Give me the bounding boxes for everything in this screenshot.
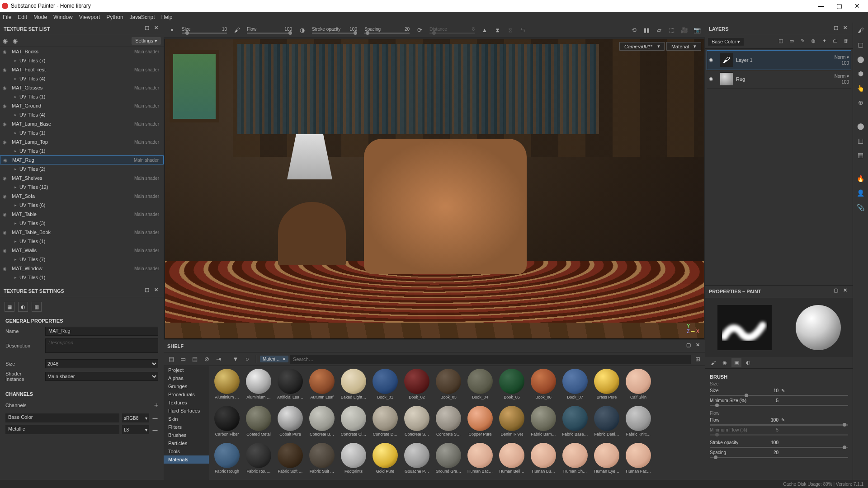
lazy-mouse-icon[interactable]: ⟳ [414, 25, 425, 36]
texture-set-row[interactable]: ◉ MAT_Ground Main shader [0, 101, 164, 110]
mesh-icon[interactable]: ▥ [32, 302, 42, 312]
visibility-icon[interactable]: ◉ [3, 212, 10, 217]
hide-icon[interactable]: ⊘ [202, 354, 212, 364]
symmetry-icon[interactable]: ▲ [479, 25, 490, 36]
material-item[interactable]: Artificial Lea… [275, 369, 306, 405]
material-item[interactable]: Cobalt Pure [275, 406, 306, 442]
display-mode-dropdown[interactable]: Material▾ [666, 42, 701, 51]
material-tab[interactable]: ◐ [743, 358, 753, 367]
uv-tiles-row[interactable]: UV Tiles (6) [0, 201, 164, 210]
material-item[interactable]: Fabric Knitt… [623, 406, 654, 442]
spacing-value[interactable]: 20 [762, 450, 778, 455]
alpha-tab[interactable]: ◉ [720, 358, 730, 367]
shelf-category[interactable]: Tools [164, 447, 209, 455]
uv-tiles-row[interactable]: UV Tiles (1) [0, 128, 164, 137]
channel-dropdown[interactable]: Base Color ▾ [708, 38, 744, 46]
view-tile-icon[interactable]: ▤ [190, 354, 200, 364]
material-item[interactable]: Book_06 [528, 369, 559, 405]
spacing-slider-prop[interactable] [710, 457, 848, 458]
brush-tool-icon[interactable]: ✦ [166, 25, 177, 36]
visibility-icon[interactable]: ◉ [3, 85, 10, 90]
pressure-flow-icon[interactable]: ✎ [781, 418, 788, 422]
material-item[interactable]: Gold Pure [370, 443, 401, 479]
visibility-icon[interactable]: ◉ [3, 194, 10, 199]
texture-set-row[interactable]: ◉ MAT_Books Main shader [0, 47, 164, 56]
material-item[interactable]: Coated Metal [243, 406, 274, 442]
eraser-tool-icon[interactable]: ▢ [856, 40, 866, 50]
clone-tool-icon[interactable]: ⊕ [856, 98, 866, 108]
stroke-opacity-slider[interactable]: Stroke opacity100 [312, 27, 357, 34]
close-props-icon[interactable]: ✕ [841, 287, 849, 296]
visibility-icon[interactable]: ◉ [3, 230, 10, 235]
material-item[interactable]: Fabric Soft … [275, 443, 306, 479]
spacing-slider[interactable]: Spacing20 [364, 27, 410, 34]
material-item[interactable]: Copper Pure [465, 406, 495, 442]
delete-layer-icon[interactable]: 🗑 [842, 38, 850, 46]
polyfill-tool-icon[interactable]: ⬢ [856, 69, 866, 79]
mirror-sync-icon[interactable]: ⇆ [517, 25, 528, 36]
tag-icon[interactable]: ○ [242, 354, 252, 364]
layer-opacity[interactable]: 100 [841, 61, 849, 66]
screenshot-icon[interactable]: 📷 [692, 25, 703, 36]
channel-name[interactable]: Base Color [5, 413, 119, 422]
texture-set-row[interactable]: ◉ MAT_Walls Main shader [0, 246, 164, 255]
add-fill-icon[interactable]: ◍ [809, 38, 817, 46]
blend-mode[interactable]: Norm ▾ [835, 74, 849, 79]
material-item[interactable]: Fabric Rou… [243, 443, 274, 479]
material-item[interactable]: Baked Light… [338, 369, 369, 405]
camera-dropdown[interactable]: Camera001*▾ [619, 42, 665, 51]
stroke-value[interactable]: 100 [762, 440, 778, 445]
maximize-button[interactable]: ▢ [830, 2, 848, 9]
visibility-toggle-icon[interactable]: ◉ [13, 38, 23, 44]
material-item[interactable]: Fabric Bam… [528, 406, 559, 442]
minsize-value[interactable]: 5 [762, 398, 778, 403]
material-item[interactable]: Footprints [338, 443, 369, 479]
material-item[interactable]: Aluminium … [243, 369, 274, 405]
material-item[interactable]: Concrete D… [370, 406, 401, 442]
grid-large-icon[interactable]: ⊞ [693, 354, 703, 364]
material-item[interactable]: Book_07 [560, 369, 590, 405]
material-item[interactable]: Concrete S… [433, 406, 464, 442]
uv-tiles-row[interactable]: UV Tiles (4) [0, 74, 164, 83]
menu-javascript[interactable]: JavaScript [130, 14, 155, 20]
texture-set-row[interactable]: ◉ MAT_Sofa Main shader [0, 192, 164, 201]
shelf-category[interactable]: Grunges [164, 382, 209, 390]
size-select[interactable]: 2048 [45, 359, 158, 368]
add-folder-icon[interactable]: 🗀 [831, 38, 839, 46]
mirror-y-icon[interactable]: ⧖ [505, 25, 515, 36]
view-list-icon[interactable]: ▭ [178, 354, 188, 364]
uv-tiles-row[interactable]: UV Tiles (2) [0, 164, 164, 174]
uv-tiles-row[interactable]: UV Tiles (1) [0, 146, 164, 155]
uv-tiles-row[interactable]: UV Tiles (1) [0, 237, 164, 246]
undock-shelf-icon[interactable]: ▢ [684, 342, 693, 350]
undock-settings-icon[interactable]: ▢ [143, 287, 151, 295]
add-mask-icon[interactable]: ▭ [788, 38, 796, 46]
pressure-size-icon[interactable]: ✎ [781, 388, 788, 393]
texture-set-row[interactable]: ◉ MAT_Foot_rest Main shader [0, 65, 164, 74]
description-field[interactable]: Description [45, 338, 158, 353]
material-item[interactable]: Calf Skin [623, 369, 654, 405]
material-item[interactable]: Book_03 [433, 369, 464, 405]
close-settings-icon[interactable]: ✕ [152, 287, 160, 295]
uv-tiles-row[interactable]: UV Tiles (1) [0, 92, 164, 101]
undock-props-icon[interactable]: ▢ [832, 287, 840, 296]
projection-tool-icon[interactable]: ⬤ [856, 54, 866, 64]
flow-slider[interactable]: Flow100 [247, 27, 292, 34]
texture-set-row[interactable]: ◉ MAT_Lamp_Base Main shader [0, 119, 164, 128]
minimize-button[interactable]: — [812, 2, 830, 9]
stencil-tab[interactable]: ▣ [731, 358, 741, 367]
visibility-all-icon[interactable]: ◉ [3, 38, 13, 44]
channel-name[interactable]: Metallic [5, 425, 119, 434]
minsize-slider[interactable] [710, 405, 848, 406]
brush-preview-icon[interactable]: 🖌 [231, 25, 242, 36]
remove-channel-button[interactable]: — [152, 415, 158, 421]
shelf-category[interactable]: Skin [164, 415, 209, 423]
uv-tiles-row[interactable]: UV Tiles (3) [0, 219, 164, 228]
shader-select[interactable]: Main shader [45, 372, 158, 381]
cube-icon[interactable]: ⬚ [666, 25, 677, 36]
material-item[interactable]: Ground Gra… [433, 443, 464, 479]
texture-set-row[interactable]: ◉ MAT_Window Main shader [0, 264, 164, 273]
material-item[interactable]: Book_01 [370, 369, 401, 405]
refresh-icon[interactable]: ⟲ [628, 25, 639, 36]
resource-icon[interactable]: ▦ [856, 150, 866, 160]
